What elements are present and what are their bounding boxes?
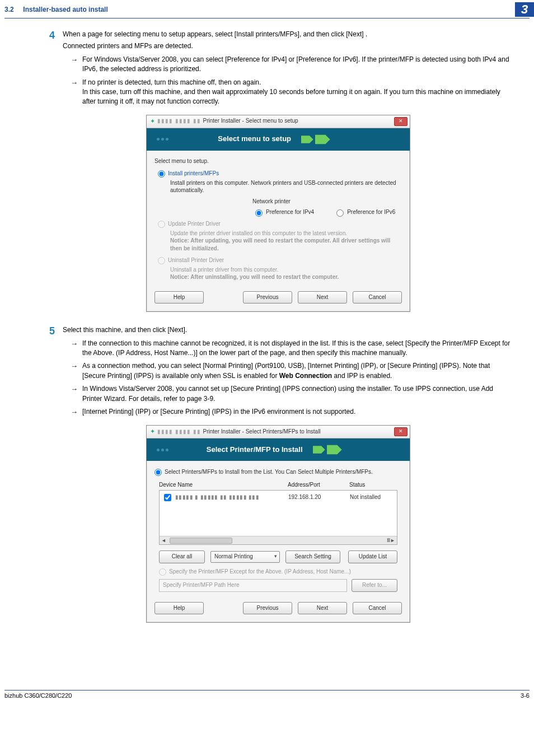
option-description: Uninstall a printer driver from this com… — [170, 266, 402, 281]
radio-input[interactable] — [154, 469, 162, 476]
radio-label: Specify the Printer/MFP Except for the A… — [169, 568, 351, 576]
arrow-icon: → — [71, 361, 78, 381]
dialog-button-row: Help Previous Next Cancel — [154, 291, 402, 304]
bullet-text: [Internet Printing] (IPP) or [Secure Pri… — [82, 407, 512, 417]
network-printer-options: Preference for IPv4 Preference for IPv6 — [252, 208, 402, 217]
search-setting-button[interactable]: Search Setting — [285, 550, 340, 563]
printing-mode-combo[interactable]: Normal Printing — [210, 551, 280, 563]
scroll-thumb[interactable] — [170, 538, 232, 544]
desc-line: Update the printer driver installed on t… — [170, 230, 347, 236]
radio-uninstall-driver[interactable]: Uninstall Printer Driver — [158, 256, 402, 265]
banner-arrows-icon — [301, 134, 339, 145]
clear-all-button[interactable]: Clear all — [159, 550, 205, 563]
list-item[interactable]: ▮▮▮▮▮ ▮ ▮▮▮▮▮ ▮▮ ▮▮▮▮▮ ▮▮▮ 192.168.1.20 … — [160, 491, 397, 505]
dialog-button-row: Help Previous Next Cancel — [154, 602, 402, 615]
bullet-item: → As a connection method, you can select… — [71, 361, 512, 381]
previous-button[interactable]: Previous — [243, 602, 292, 615]
radio-input[interactable] — [158, 170, 165, 178]
path-input[interactable]: Specify Printer/MFP Path Here — [159, 579, 347, 592]
arrow-icon: → — [71, 384, 78, 404]
dialog-content: Select menu to setup. Install printers/M… — [147, 151, 410, 312]
footer-page-number: 3-6 — [521, 692, 530, 699]
radio-label: Uninstall Printer Driver — [168, 256, 224, 265]
checkbox-input[interactable] — [164, 494, 171, 501]
step-body: Select this machine, and then click [Nex… — [63, 325, 512, 417]
radio-label: Select Printers/MFPs to Install from the… — [165, 468, 373, 477]
bullet-text: If no printer is detected, turn this mac… — [82, 78, 512, 107]
specify-path-section: Specify the Printer/MFP Except for the A… — [159, 568, 397, 592]
installer-icon: ✦ — [150, 117, 155, 126]
page-header: 3.2 Installer-based auto install 3 — [0, 0, 534, 17]
refer-to-button[interactable]: Refer to... — [352, 579, 397, 592]
cell-address: 192.168.1.20 — [288, 493, 350, 502]
close-icon[interactable]: ✕ — [394, 427, 407, 436]
arrow-icon: → — [71, 407, 78, 417]
dialog-title: Printer Installer - Select Printers/MFPs… — [203, 428, 321, 436]
close-icon[interactable]: ✕ — [394, 117, 407, 126]
dialog-titlebar: ✦ ▮▮▮▮ ▮▮▮▮ ▮▮ Printer Installer - Selec… — [147, 426, 410, 438]
section-heading: 3.2 Installer-based auto install — [4, 6, 108, 13]
radio-input[interactable] — [336, 209, 344, 217]
dialog-content: Select Printers/MFPs to Install from the… — [147, 461, 410, 622]
bullet-span: and IPP is enabled. — [332, 372, 392, 380]
installer-icon: ✦ — [150, 427, 155, 436]
radio-input[interactable] — [255, 209, 263, 217]
dialog-instruction: Select menu to setup. — [154, 157, 402, 166]
bullet-bold: Web Connection — [279, 372, 332, 380]
arrow-icon: → — [71, 55, 78, 74]
cancel-button[interactable]: Cancel — [353, 602, 402, 615]
bullet-text: In Windows Vista/Server 2008, you cannot… — [82, 384, 512, 404]
cancel-button[interactable]: Cancel — [353, 291, 402, 304]
help-button[interactable]: Help — [154, 291, 204, 304]
desc-line: Notice: After uninstalling, you will nee… — [170, 274, 339, 280]
dialog-banner: Select Printer/MFP to Install — [147, 438, 410, 461]
radio-input[interactable] — [158, 257, 165, 264]
help-button[interactable]: Help — [154, 602, 204, 615]
radio-pref-ipv6[interactable]: Preference for IPv6 — [334, 208, 395, 217]
list-header: Device Name Address/Port Status — [159, 481, 397, 489]
network-printer-label: Network printer — [252, 198, 402, 206]
step-line: Select this machine, and then click [Nex… — [63, 325, 512, 335]
list-tools: Clear all Normal Printing Search Setting… — [159, 550, 397, 563]
previous-button[interactable]: Previous — [243, 291, 292, 304]
cell-status: Not installed — [350, 493, 395, 502]
step-5: 5 Select this machine, and then click [N… — [45, 325, 512, 417]
radio-input[interactable] — [158, 221, 165, 228]
radio-label: Preference for IPv4 — [266, 208, 314, 217]
redacted-text: ▮▮▮▮ ▮▮▮▮ ▮▮ — [157, 117, 201, 125]
update-list-button[interactable]: Update List — [348, 550, 397, 563]
chapter-badge: 3 — [515, 2, 534, 17]
scrollbar-horizontal[interactable]: ◄ Ⅲ ► — [160, 536, 397, 544]
radio-update-driver[interactable]: Update Printer Driver — [158, 220, 402, 228]
bullet-item: → [Internet Printing] (IPP) or [Secure P… — [71, 407, 512, 417]
scroll-left-icon[interactable]: ◄ — [161, 537, 166, 544]
scroll-right-icon[interactable]: ► — [390, 537, 395, 544]
radio-select-from-list[interactable]: Select Printers/MFPs to Install from the… — [154, 468, 402, 477]
dialog-select-printer: ✦ ▮▮▮▮ ▮▮▮▮ ▮▮ Printer Installer - Selec… — [146, 425, 410, 623]
desc-line: Uninstall a printer driver from this com… — [170, 267, 278, 273]
printer-list[interactable]: ▮▮▮▮▮ ▮ ▮▮▮▮▮ ▮▮ ▮▮▮▮▮ ▮▮▮ 192.168.1.20 … — [159, 490, 397, 545]
next-button[interactable]: Next — [298, 602, 347, 615]
desc-line: Notice: After updating, you will need to… — [170, 237, 390, 251]
dialog-1-wrap: ✦ ▮▮▮▮ ▮▮▮▮ ▮▮ Printer Installer - Selec… — [45, 115, 512, 312]
section-number: 3.2 — [4, 6, 14, 13]
bullet-item: → If the connection to this machine cann… — [71, 339, 512, 358]
arrow-icon: → — [71, 78, 78, 107]
banner-text: Select menu to setup — [218, 134, 291, 144]
col-status: Status — [349, 481, 397, 489]
banner-dots — [157, 449, 168, 451]
footer-model: bizhub C360/C280/C220 — [4, 692, 72, 699]
radio-label: Preference for IPv6 — [347, 208, 395, 217]
bullet-line: If no printer is detected, turn this mac… — [82, 78, 261, 86]
radio-install-printers[interactable]: Install printers/MFPs — [158, 170, 402, 178]
banner-text: Select Printer/MFP to Install — [207, 445, 303, 455]
col-device-name: Device Name — [159, 481, 288, 489]
radio-pref-ipv4[interactable]: Preference for IPv4 — [252, 208, 314, 217]
step-line: Connected printers and MFPs are detected… — [63, 41, 512, 51]
dialog-select-menu: ✦ ▮▮▮▮ ▮▮▮▮ ▮▮ Printer Installer - Selec… — [146, 115, 410, 312]
radio-specify-path[interactable]: Specify the Printer/MFP Except for the A… — [159, 568, 397, 576]
banner-dots — [157, 138, 168, 141]
radio-input[interactable] — [159, 568, 166, 576]
step-number: 4 — [45, 30, 55, 42]
next-button[interactable]: Next — [298, 291, 347, 304]
